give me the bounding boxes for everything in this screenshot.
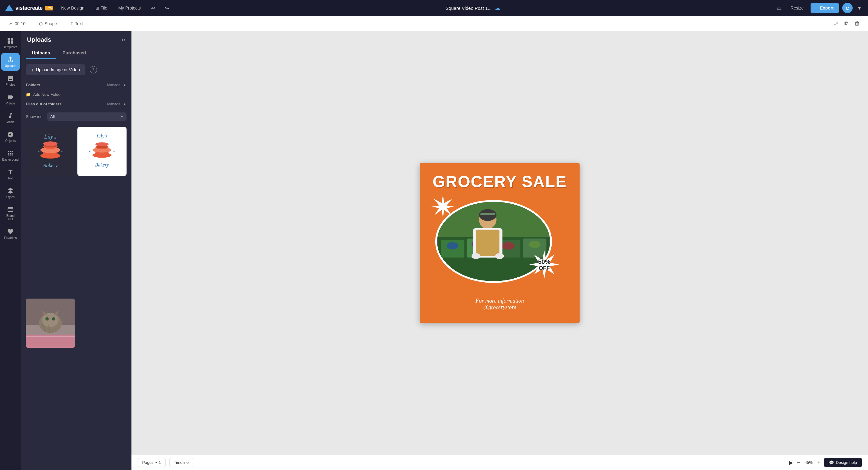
canvas-footer-line1: For more information xyxy=(420,298,580,304)
sidebar-item-background[interactable]: Background xyxy=(1,147,20,164)
grid-icon: ⊞ xyxy=(95,5,99,10)
zoom-controls: − 45% + xyxy=(797,459,820,466)
page-count: 1 xyxy=(158,460,161,465)
panel-tabs: Uploads Purchased xyxy=(21,47,131,59)
svg-rect-1 xyxy=(11,38,13,40)
redo-button[interactable]: ↪ xyxy=(162,3,172,13)
sidebar-item-text[interactable]: Text xyxy=(1,165,20,183)
add-folder-row[interactable]: 📁 Add New Folder xyxy=(21,90,131,99)
svg-rect-48 xyxy=(476,230,499,256)
folders-section-header[interactable]: Folders Manage ▲ xyxy=(21,80,131,90)
upload-item-2[interactable]: Lily's ✦ ✦ Bakery xyxy=(78,127,127,176)
delete-icon[interactable]: 🗑 xyxy=(852,19,862,29)
tab-uploads[interactable]: Uploads xyxy=(26,47,56,59)
svg-text:✦: ✦ xyxy=(89,150,91,153)
file-menu-button[interactable]: ⊞ File xyxy=(92,4,110,12)
shape-tool[interactable]: ⬡ Shape xyxy=(36,19,60,28)
videos-label: Videos xyxy=(6,102,15,105)
filter-row: Show me: All Images Videos xyxy=(21,109,131,124)
upload-button[interactable]: ↑ Upload Image or Video xyxy=(26,64,85,75)
my-projects-button[interactable]: My Projects xyxy=(115,4,144,12)
canvas-frame[interactable]: GROCERY SALE xyxy=(420,163,580,323)
sidebar-item-videos[interactable]: Videos xyxy=(1,91,20,108)
styles-label: Styles xyxy=(6,195,14,199)
music-label: Music xyxy=(6,120,14,124)
play-button[interactable]: ▶ xyxy=(789,459,793,466)
text-tool[interactable]: T Text xyxy=(68,19,86,28)
svg-text:50%: 50% xyxy=(538,258,550,265)
upload-arrow-icon: ↑ xyxy=(31,67,33,72)
toolbar-right: ⤢ ⧉ 🗑 xyxy=(832,19,862,29)
styles-icon xyxy=(7,187,14,194)
uploads-panel: Uploads ‹‹ Uploads Purchased ↑ Upload Im… xyxy=(21,31,131,470)
filter-select-wrap: All Images Videos xyxy=(47,113,127,121)
photos-label: Photos xyxy=(5,83,15,86)
resize-button[interactable]: Resize xyxy=(787,4,807,12)
files-manage-button[interactable]: Manage xyxy=(107,102,120,106)
svg-point-44 xyxy=(502,242,515,250)
panel-title: Uploads xyxy=(27,36,51,43)
tab-purchased[interactable]: Purchased xyxy=(56,47,92,59)
bakery-dark-preview: Lily's ✦ ✦ Bakery xyxy=(29,130,72,173)
user-menu-chevron[interactable]: ▾ xyxy=(856,3,863,13)
objects-icon xyxy=(7,131,14,138)
new-design-button[interactable]: New Design xyxy=(58,4,87,12)
folders-controls: Manage ▲ xyxy=(107,83,127,87)
upload-item-3[interactable] xyxy=(26,299,75,348)
svg-text:✦: ✦ xyxy=(37,149,40,153)
scissors-icon: ✂ xyxy=(9,21,13,26)
sidebar-item-objects[interactable]: Objects xyxy=(1,128,20,146)
video-icon xyxy=(7,94,14,100)
panel-collapse-button[interactable]: ‹‹ xyxy=(122,36,125,43)
sidebar-item-brand-kits[interactable]: Brand Kits xyxy=(1,203,20,224)
canvas-area: GROCERY SALE xyxy=(131,31,868,470)
upload-item-1[interactable]: Lily's ✦ ✦ Bakery xyxy=(26,127,75,176)
templates-label: Templates xyxy=(3,45,18,49)
svg-text:Bakery: Bakery xyxy=(43,162,58,168)
pages-label: Pages xyxy=(142,460,154,465)
folders-label: Folders xyxy=(26,83,40,87)
sidebar-item-photos[interactable]: Photos xyxy=(1,72,20,89)
svg-point-20 xyxy=(95,142,109,146)
undo-button[interactable]: ↩ xyxy=(149,3,158,13)
bottom-bar: Pages • 1 Timeline ▶ − 45% + 💬 Design he… xyxy=(131,455,868,470)
svg-point-52 xyxy=(495,253,504,259)
toolbar: ✂ 00:10 ⬡ Shape T Text ⤢ ⧉ 🗑 xyxy=(0,16,868,31)
zoom-in-button[interactable]: + xyxy=(817,459,821,466)
design-help-button[interactable]: 💬 Design help xyxy=(824,458,862,467)
sidebar-item-music[interactable]: Music xyxy=(1,109,20,127)
music-icon xyxy=(7,113,14,119)
present-icon[interactable]: ▭ xyxy=(774,3,784,13)
zoom-out-button[interactable]: − xyxy=(797,459,800,466)
folder-icon: 📁 xyxy=(26,92,31,97)
filter-select[interactable]: All Images Videos xyxy=(47,113,127,121)
duplicate-icon[interactable]: ⧉ xyxy=(842,19,850,29)
sidebar-item-templates[interactable]: Templates xyxy=(1,34,20,52)
file-label: File xyxy=(100,5,107,10)
svg-point-30 xyxy=(45,317,49,320)
svg-point-42 xyxy=(446,242,458,249)
svg-point-31 xyxy=(52,317,55,320)
expand-icon[interactable]: ⤢ xyxy=(832,19,840,29)
sidebar-item-styles[interactable]: Styles xyxy=(1,184,20,202)
sidebar-item-favorites[interactable]: Favorites xyxy=(1,225,20,243)
upload-grid: Lily's ✦ ✦ Bakery Lily's xyxy=(21,124,131,470)
folders-manage-button[interactable]: Manage xyxy=(107,83,120,87)
zoom-level: 45% xyxy=(803,460,815,465)
files-toggle-icon: ▲ xyxy=(123,102,127,106)
heart-icon xyxy=(7,228,14,235)
sidebar-item-uploads[interactable]: Uploads xyxy=(1,53,20,71)
help-button[interactable]: ? xyxy=(90,66,97,73)
files-label: Files out of folders xyxy=(26,102,61,106)
pages-button[interactable]: Pages • 1 xyxy=(137,458,165,467)
upload-section: ↑ Upload Image or Video ? xyxy=(21,59,131,80)
files-section-header[interactable]: Files out of folders Manage ▲ xyxy=(21,99,131,109)
text-nav-label: Text xyxy=(8,177,13,180)
user-avatar[interactable]: C xyxy=(842,3,852,13)
folders-toggle-icon: ▲ xyxy=(123,83,127,87)
export-button[interactable]: ↓ Export xyxy=(811,3,839,13)
background-icon xyxy=(7,150,14,157)
chat-icon: 💬 xyxy=(829,460,834,465)
project-title: Square Video Post 1... xyxy=(446,5,492,11)
timeline-button[interactable]: Timeline xyxy=(169,458,193,467)
